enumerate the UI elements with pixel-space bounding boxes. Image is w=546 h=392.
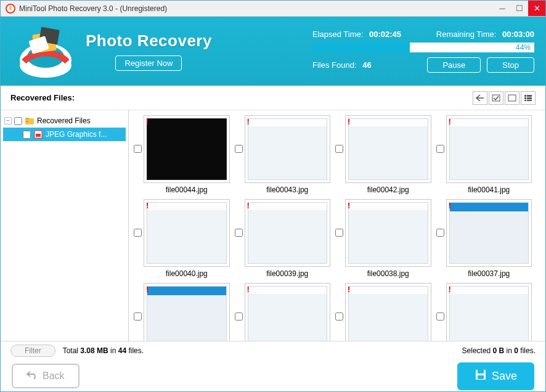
alert-icon: !: [247, 201, 250, 210]
alert-icon: !: [247, 285, 250, 294]
file-name: file00044.jpg: [144, 186, 230, 194]
main: − Recovered Files JPEG Graphics f... !fi…: [1, 110, 545, 341]
found-label: Files Found:: [312, 60, 357, 70]
svg-rect-17: [25, 118, 29, 120]
titlebar-text: MiniTool Photo Recovery 3.0 - (Unregiste…: [19, 4, 494, 13]
svg-rect-10: [524, 95, 526, 97]
file-checkbox[interactable]: [335, 229, 343, 237]
alert-icon: !: [146, 117, 149, 126]
file-item[interactable]: !file00042.jpg: [335, 115, 431, 197]
found-value: 46: [362, 60, 371, 70]
svg-rect-22: [478, 370, 484, 374]
tree-root[interactable]: − Recovered Files: [3, 114, 126, 128]
back-button[interactable]: Back: [12, 364, 79, 388]
thumbnail[interactable]: !: [144, 115, 230, 183]
deselect-all-icon[interactable]: [505, 91, 520, 105]
file-checkbox[interactable]: [134, 145, 142, 153]
file-checkbox[interactable]: [235, 145, 243, 153]
jpeg-icon: [33, 129, 43, 139]
status-selected: Selected 0 B in 0 files.: [462, 346, 536, 355]
svg-rect-9: [508, 95, 516, 101]
thumbnail[interactable]: !: [245, 283, 331, 341]
tree-child-label: JPEG Graphics f...: [46, 130, 107, 139]
file-checkbox[interactable]: [335, 145, 343, 153]
file-name: file00041.jpg: [446, 186, 532, 194]
app-title: Photo Recovery: [86, 31, 212, 51]
app-icon: [6, 4, 15, 14]
svg-rect-12: [524, 97, 526, 99]
minimize-button[interactable]: ─: [494, 1, 511, 16]
register-button[interactable]: Register Now: [115, 55, 182, 71]
alert-icon: !: [146, 285, 149, 294]
back-icon[interactable]: [473, 91, 487, 105]
save-button[interactable]: Save: [457, 362, 534, 390]
tree-child[interactable]: JPEG Graphics f...: [3, 128, 126, 141]
pause-button[interactable]: Pause: [427, 57, 481, 73]
remaining-value: 00:03:00: [502, 30, 534, 39]
svg-rect-23: [478, 375, 484, 379]
tree-child-checkbox[interactable]: [23, 131, 31, 139]
file-grid[interactable]: !file00044.jpg!file00043.jpg!file00042.j…: [129, 110, 545, 341]
status-total: Total 3.08 MB in 44 files.: [63, 346, 144, 355]
thumbnail[interactable]: !: [345, 199, 431, 267]
file-item[interactable]: !file00043.jpg: [235, 115, 331, 197]
file-checkbox[interactable]: [436, 229, 444, 237]
thumbnail[interactable]: !: [345, 115, 431, 183]
alert-icon: !: [449, 117, 451, 126]
file-name: file00037.jpg: [446, 269, 532, 278]
file-item[interactable]: !file00034.jpg: [335, 283, 431, 341]
alert-icon: !: [449, 201, 451, 210]
app-logo: [12, 22, 79, 81]
header: Photo Recovery Register Now Elapsed Time…: [1, 17, 545, 86]
list-view-icon[interactable]: [521, 91, 536, 105]
elapsed-label: Elapsed Time:: [312, 30, 363, 39]
file-name: file00038.jpg: [345, 269, 431, 278]
select-all-icon[interactable]: [489, 91, 503, 105]
thumbnail[interactable]: !: [245, 115, 331, 183]
file-name: file00042.jpg: [345, 186, 431, 194]
file-item[interactable]: !file00044.jpg: [134, 115, 230, 197]
thumbnail[interactable]: !: [245, 199, 331, 267]
file-checkbox[interactable]: [436, 312, 444, 321]
toolbar-label: Recovered Files:: [10, 93, 75, 102]
file-checkbox[interactable]: [335, 312, 343, 321]
filter-button[interactable]: Filter: [10, 345, 55, 357]
elapsed-value: 00:02:45: [369, 30, 401, 39]
file-checkbox[interactable]: [134, 312, 142, 321]
alert-icon: !: [146, 201, 149, 210]
file-item[interactable]: !file00041.jpg: [436, 115, 532, 197]
save-icon: [475, 369, 487, 384]
file-item[interactable]: !file00036.jpg: [134, 283, 230, 341]
svg-point-18: [26, 121, 28, 122]
svg-rect-14: [524, 100, 526, 101]
file-checkbox[interactable]: [436, 145, 444, 153]
window-controls: ─ ☐ ✕: [494, 1, 545, 16]
statusbar: Filter Total 3.08 MB in 44 files. Select…: [1, 341, 545, 359]
file-checkbox[interactable]: [235, 312, 243, 321]
file-item[interactable]: !file00037.jpg: [436, 199, 532, 280]
thumbnail[interactable]: !: [345, 283, 431, 341]
thumbnail[interactable]: !: [446, 199, 532, 267]
stop-button[interactable]: Stop: [487, 57, 534, 73]
file-item[interactable]: !file00035.jpg: [235, 283, 331, 341]
file-item[interactable]: !file00039.jpg: [235, 199, 331, 280]
file-name: file00040.jpg: [144, 269, 230, 278]
thumbnail[interactable]: !: [446, 283, 532, 341]
thumbnail[interactable]: !: [446, 115, 532, 183]
svg-rect-20: [36, 134, 41, 137]
tree-root-checkbox[interactable]: [14, 117, 22, 125]
file-checkbox[interactable]: [134, 229, 142, 237]
file-item[interactable]: !file00038.jpg: [335, 199, 431, 280]
file-grid-wrap: !file00044.jpg!file00043.jpg!file00042.j…: [129, 110, 545, 341]
file-checkbox[interactable]: [235, 229, 243, 237]
thumbnail[interactable]: !: [144, 283, 230, 341]
file-item[interactable]: !file00033.jpg: [436, 283, 532, 341]
close-button[interactable]: ✕: [528, 1, 545, 16]
file-item[interactable]: !file00040.jpg: [134, 199, 230, 280]
maximize-button[interactable]: ☐: [511, 1, 528, 16]
titlebar: MiniTool Photo Recovery 3.0 - (Unregiste…: [1, 1, 545, 17]
alert-icon: !: [449, 285, 451, 294]
collapse-icon[interactable]: −: [4, 117, 12, 125]
thumbnail[interactable]: !: [144, 199, 230, 267]
file-name: file00043.jpg: [245, 186, 331, 194]
